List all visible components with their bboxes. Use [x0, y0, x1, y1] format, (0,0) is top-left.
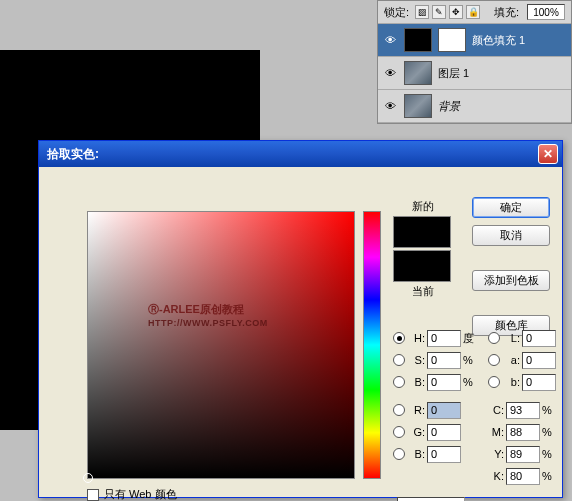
- input-b[interactable]: [522, 374, 556, 391]
- unit-s: %: [463, 354, 477, 366]
- ok-button[interactable]: 确定: [472, 197, 550, 218]
- unit-k: %: [542, 470, 556, 482]
- input-k[interactable]: [506, 468, 540, 485]
- lock-all-icon[interactable]: 🔒: [466, 5, 480, 19]
- label-l: L:: [504, 332, 520, 344]
- color-field-marker: [83, 473, 93, 483]
- layer-thumb[interactable]: [404, 94, 432, 118]
- unit-bv: %: [463, 376, 477, 388]
- layer-thumb[interactable]: [404, 61, 432, 85]
- hex-input[interactable]: [397, 497, 465, 501]
- label-b: b:: [504, 376, 520, 388]
- label-a: a:: [504, 354, 520, 366]
- color-fields: H: 度 S: % B: % R:: [393, 327, 563, 465]
- lock-label: 锁定:: [384, 5, 409, 20]
- input-s[interactable]: [427, 352, 461, 369]
- radio-r[interactable]: [393, 404, 405, 416]
- input-r[interactable]: [427, 402, 461, 419]
- radio-g[interactable]: [393, 426, 405, 438]
- input-h[interactable]: [427, 330, 461, 347]
- unit-y: %: [542, 448, 556, 460]
- radio-s[interactable]: [393, 354, 405, 366]
- new-color-swatch: [393, 216, 451, 248]
- radio-l[interactable]: [488, 332, 500, 344]
- label-y: Y:: [488, 448, 504, 460]
- cancel-button[interactable]: 取消: [472, 225, 550, 246]
- dialog-title: 拾取实色:: [47, 146, 99, 163]
- input-bb[interactable]: [427, 446, 461, 463]
- layer-label: 图层 1: [438, 66, 469, 81]
- lock-image-icon[interactable]: ✎: [432, 5, 446, 19]
- layer-label: 背景: [438, 99, 460, 114]
- radio-bb[interactable]: [393, 448, 405, 460]
- watermark: Ⓡ-ARLEE原创教程 HTTP://WWW.PSFLY.COM: [148, 302, 268, 328]
- web-only-label: 只有 Web 颜色: [104, 487, 177, 501]
- radio-bv[interactable]: [393, 376, 405, 388]
- radio-a[interactable]: [488, 354, 500, 366]
- label-s: S:: [409, 354, 425, 366]
- unit-h: 度: [463, 331, 477, 346]
- input-m[interactable]: [506, 424, 540, 441]
- eye-icon[interactable]: 👁: [382, 99, 398, 113]
- dialog-body: Ⓡ-ARLEE原创教程 HTTP://WWW.PSFLY.COM 新的 当前 确…: [39, 167, 562, 497]
- hex-row: #: [385, 497, 465, 501]
- label-bb: B:: [409, 448, 425, 460]
- label-bv: B:: [409, 376, 425, 388]
- fill-input[interactable]: [527, 4, 565, 20]
- layer-row-layer1[interactable]: 👁 图层 1: [378, 57, 571, 90]
- color-picker-dialog: 拾取实色: ✕ Ⓡ-ARLEE原创教程 HTTP://WWW.PSFLY.COM…: [38, 140, 563, 498]
- button-column: 确定 取消 添加到色板 颜色库: [472, 197, 550, 336]
- radio-h[interactable]: [393, 332, 405, 344]
- lock-position-icon[interactable]: ✥: [449, 5, 463, 19]
- titlebar[interactable]: 拾取实色: ✕: [39, 141, 562, 167]
- label-r: R:: [409, 404, 425, 416]
- swatch-block: 新的 当前: [393, 199, 453, 299]
- eye-icon[interactable]: 👁: [382, 66, 398, 80]
- radio-b[interactable]: [488, 376, 500, 388]
- layer-row-color-fill[interactable]: 👁 颜色填充 1: [378, 24, 571, 57]
- color-field[interactable]: Ⓡ-ARLEE原创教程 HTTP://WWW.PSFLY.COM: [87, 211, 355, 479]
- label-k: K:: [488, 470, 504, 482]
- input-c[interactable]: [506, 402, 540, 419]
- input-bv[interactable]: [427, 374, 461, 391]
- label-h: H:: [409, 332, 425, 344]
- layers-panel: 锁定: ▨ ✎ ✥ 🔒 填充: 👁 颜色填充 1 👁 图层 1 👁 背景: [377, 0, 572, 124]
- layer-row-background[interactable]: 👁 背景: [378, 90, 571, 123]
- input-l[interactable]: [522, 330, 556, 347]
- label-c: C:: [488, 404, 504, 416]
- lock-row: 锁定: ▨ ✎ ✥ 🔒 填充:: [378, 1, 571, 24]
- close-button[interactable]: ✕: [538, 144, 558, 164]
- new-label: 新的: [393, 199, 453, 214]
- web-only-row: 只有 Web 颜色: [87, 487, 177, 501]
- layer-label: 颜色填充 1: [472, 33, 525, 48]
- label-m: M:: [488, 426, 504, 438]
- web-only-checkbox[interactable]: [87, 489, 99, 501]
- eye-icon[interactable]: 👁: [382, 33, 398, 47]
- layer-mask-thumb[interactable]: [438, 28, 466, 52]
- input-y[interactable]: [506, 446, 540, 463]
- fill-label: 填充:: [494, 5, 519, 20]
- layer-thumb[interactable]: [404, 28, 432, 52]
- unit-c: %: [542, 404, 556, 416]
- current-color-swatch: [393, 250, 451, 282]
- unit-m: %: [542, 426, 556, 438]
- current-label: 当前: [393, 284, 453, 299]
- input-a[interactable]: [522, 352, 556, 369]
- input-g[interactable]: [427, 424, 461, 441]
- lock-transparent-icon[interactable]: ▨: [415, 5, 429, 19]
- label-g: G:: [409, 426, 425, 438]
- add-swatch-button[interactable]: 添加到色板: [472, 270, 550, 291]
- hue-slider[interactable]: [363, 211, 381, 479]
